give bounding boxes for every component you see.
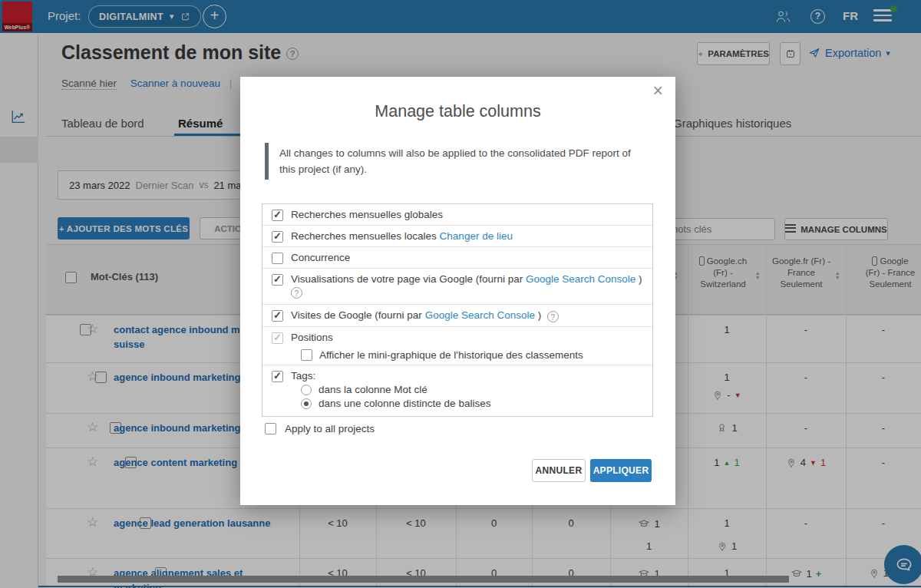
option-global-searches[interactable]: Recherches mensuelles globales <box>262 204 652 226</box>
change-location-link[interactable]: Changer de lieu <box>440 230 513 242</box>
apply-all-label: Apply to all projects <box>285 423 375 434</box>
checkbox-checked[interactable] <box>272 274 283 286</box>
apply-button[interactable]: APPLIQUER <box>590 459 652 482</box>
modal-title: Manage table columns <box>240 102 675 121</box>
option-local-searches[interactable]: Recherches mensuelles locales Changer de… <box>262 226 652 247</box>
checkbox-unchecked[interactable] <box>301 349 312 361</box>
option-google-visits[interactable]: Visites de Google (fourni par Google Sea… <box>262 305 652 327</box>
option-label: Visualisations de votre page via Google … <box>291 273 642 299</box>
sub-option-label: Afficher le mini-graphique de l'historiq… <box>319 349 583 361</box>
radio-unselected[interactable] <box>301 385 312 395</box>
option-tags[interactable]: Tags: dans la colonne Mot clé dans une c… <box>262 365 652 416</box>
option-competition[interactable]: Concurrence <box>262 247 652 269</box>
close-icon[interactable] <box>653 81 663 100</box>
modal-note: All changes to columns will also be appl… <box>265 143 649 180</box>
checkbox-unchecked[interactable] <box>265 423 276 434</box>
option-positions[interactable]: Positions Afficher le mini-graphique de … <box>262 327 652 365</box>
option-page-views[interactable]: Visualisations de votre page via Google … <box>262 269 652 305</box>
checkbox-checked[interactable] <box>272 210 283 221</box>
manage-columns-modal: Manage table columns All changes to colu… <box>240 77 675 505</box>
option-label: Visites de Google (fourni par Google Sea… <box>291 309 559 322</box>
option-label: Recherches mensuelles globales <box>291 209 443 220</box>
checkbox-checked[interactable] <box>272 231 283 243</box>
app-window: WebPlus® Projet: DIGITALMINT + FR ▴ ▾ ▾ … <box>0 0 921 588</box>
help-icon[interactable] <box>547 311 559 322</box>
checkbox-checked[interactable] <box>272 310 283 322</box>
option-label: Recherches mensuelles locales Changer de… <box>291 230 513 242</box>
checkbox-checked[interactable] <box>272 371 283 382</box>
checkbox-unchecked[interactable] <box>272 253 283 264</box>
option-label: Concurrence <box>291 252 350 263</box>
apply-all-projects-option[interactable]: Apply to all projects <box>265 423 375 434</box>
gsc-link[interactable]: Google Search Console <box>526 273 635 285</box>
radio-label: dans la colonne Mot clé <box>319 384 427 395</box>
gsc-link[interactable]: Google Search Console <box>425 309 535 321</box>
columns-option-list: Recherches mensuelles globales Recherche… <box>262 203 653 417</box>
radio-label: dans une colonne distincte de balises <box>319 398 490 409</box>
cancel-button[interactable]: ANNULER <box>532 459 586 482</box>
help-icon[interactable] <box>291 287 302 299</box>
option-label: Tags: dans la colonne Mot clé dans une c… <box>291 370 490 409</box>
radio-selected[interactable] <box>301 398 312 409</box>
checkbox-disabled <box>272 332 283 344</box>
option-label: Positions Afficher le mini-graphique de … <box>291 332 583 361</box>
